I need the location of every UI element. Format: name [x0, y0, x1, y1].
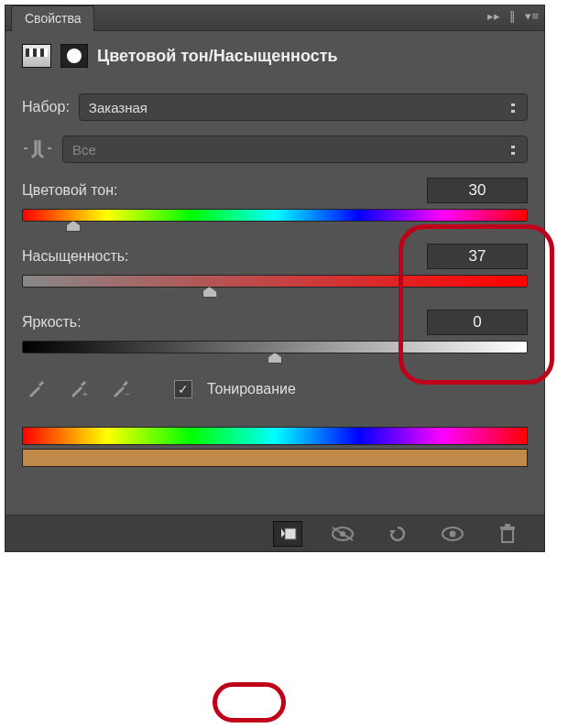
svg-rect-2 [285, 528, 296, 539]
light-label: Яркость: [22, 314, 82, 331]
svg-text:−: − [125, 389, 130, 399]
adjustment-icon[interactable] [22, 44, 51, 68]
sat-input[interactable] [427, 244, 528, 269]
svg-rect-7 [502, 529, 513, 542]
properties-panel: Свойства ▸▸ ‖ ▾≡ Цветовой тон/Насыщеннос… [5, 5, 545, 552]
preset-value: Заказная [89, 100, 147, 115]
reset-icon[interactable] [383, 521, 412, 547]
eyedropper-icon[interactable] [22, 375, 49, 403]
eyedropper-plus-icon[interactable]: + [64, 375, 92, 403]
svg-point-6 [450, 530, 456, 537]
divider-icon: ‖ [509, 9, 516, 23]
preset-select[interactable]: Заказная [79, 93, 528, 121]
hue-slider[interactable] [22, 209, 528, 222]
preset-label: Набор: [22, 99, 70, 115]
sat-slider-thumb[interactable] [202, 287, 217, 298]
targeted-adjustment-icon[interactable] [22, 134, 53, 165]
sat-slider[interactable] [22, 275, 528, 288]
sat-label: Насыщенность: [22, 248, 129, 265]
trash-icon[interactable] [493, 521, 522, 547]
hue-slider-thumb[interactable] [66, 221, 81, 232]
annotation-highlight [213, 682, 286, 723]
view-previous-state-icon[interactable] [328, 521, 357, 547]
light-input[interactable] [427, 310, 528, 335]
layer-mask-icon[interactable] [60, 44, 88, 68]
hue-input[interactable] [427, 178, 528, 203]
panel-footer [5, 515, 544, 551]
tab-properties[interactable]: Свойства [11, 5, 94, 31]
light-slider[interactable] [22, 341, 528, 353]
range-value: Все [72, 142, 96, 158]
input-color-bar [22, 427, 528, 445]
light-slider-thumb[interactable] [268, 353, 282, 364]
panel-title: Цветовой тон/Насыщенность [97, 47, 338, 66]
tabbar: Свойства ▸▸ ‖ ▾≡ [5, 5, 544, 31]
svg-rect-9 [505, 524, 510, 527]
svg-text:+: + [82, 389, 88, 399]
collapse-icon[interactable]: ▸▸ [487, 9, 500, 23]
svg-rect-8 [500, 527, 515, 529]
color-range-select[interactable]: Все [62, 136, 528, 163]
visibility-icon[interactable] [438, 521, 467, 547]
hue-label: Цветовой тон: [22, 182, 118, 199]
clip-to-layer-button[interactable] [273, 521, 302, 547]
colorize-checkbox[interactable]: ✓ [174, 380, 192, 398]
colorize-label: Тонирование [207, 381, 296, 397]
output-color-bar [22, 449, 528, 467]
panel-menu-icon[interactable]: ▾≡ [525, 9, 539, 23]
eyedropper-minus-icon[interactable]: − [106, 375, 134, 403]
